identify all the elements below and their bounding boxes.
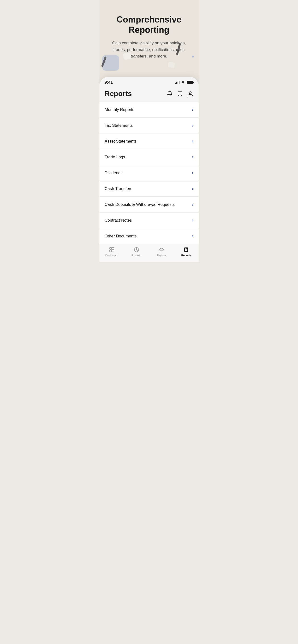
svg-rect-2 [110, 248, 112, 250]
svg-rect-11 [185, 250, 187, 251]
tab-portfolio[interactable]: Portfolio [128, 246, 145, 257]
chevron-right-icon: › [192, 123, 193, 128]
tab-reports-label: Reports [181, 254, 191, 257]
deco-white-square-2 [168, 62, 175, 68]
bookmark-button[interactable] [177, 90, 183, 97]
profile-button[interactable] [187, 90, 193, 97]
menu-item[interactable]: Monthly Reports › [99, 102, 199, 118]
status-time: 9:41 [105, 80, 113, 85]
svg-point-1 [189, 92, 192, 94]
menu-item-label: Monthly Reports [105, 107, 134, 112]
status-bar: 9:41 [99, 77, 199, 87]
status-icons [175, 81, 193, 84]
chevron-right-icon: › [192, 139, 193, 144]
chevron-right-icon: › [192, 170, 193, 176]
menu-item-label: Cash Transfers [105, 186, 132, 191]
bell-icon [167, 90, 173, 97]
battery-icon [187, 81, 193, 84]
chevron-right-icon: › [192, 154, 193, 160]
chevron-right-icon: › [192, 202, 193, 207]
menu-item[interactable]: Contract Notes › [99, 212, 199, 228]
deco-blue-dot-2 [192, 56, 194, 58]
chevron-right-icon: › [192, 234, 193, 238]
header-actions [167, 90, 193, 97]
tab-dashboard[interactable]: Dashboard [103, 246, 120, 257]
tab-explore-label: Explore [157, 254, 166, 257]
menu-item[interactable]: Tax Statements › [99, 118, 199, 134]
dashboard-icon [109, 246, 115, 253]
chevron-right-icon: › [192, 107, 193, 112]
svg-point-0 [169, 91, 170, 92]
menu-item-label: Contract Notes [105, 218, 132, 223]
hero-subtitle: Gain complete visibility on your holding… [109, 40, 189, 60]
menu-item-label: Dividends [105, 170, 123, 176]
svg-rect-10 [185, 250, 187, 250]
bookmark-icon [177, 90, 183, 97]
signal-icon [175, 81, 180, 84]
menu-item[interactable]: Other Documents › [99, 228, 199, 244]
hero-section: Comprehensive Reporting Gain complete vi… [99, 0, 199, 82]
svg-rect-4 [110, 250, 112, 252]
menu-item-label: Other Documents [105, 234, 136, 238]
tab-explore[interactable]: Explore [153, 246, 170, 257]
menu-item[interactable]: Cash Transfers › [99, 181, 199, 197]
main-card: 9:41 Reports [99, 77, 199, 262]
svg-rect-3 [112, 248, 114, 250]
menu-item-label: Trade Logs [105, 155, 125, 160]
svg-rect-9 [185, 248, 186, 249]
chevron-right-icon: › [192, 186, 193, 191]
tab-bar: Dashboard Portfolio Explore [99, 244, 199, 262]
menu-item-label: Tax Statements [105, 123, 133, 128]
hero-title: Comprehensive Reporting [109, 14, 189, 35]
tab-dashboard-label: Dashboard [105, 254, 118, 257]
svg-rect-5 [112, 250, 114, 252]
wifi-icon [181, 81, 185, 84]
page-header: Reports [99, 87, 199, 102]
page-title: Reports [105, 90, 132, 98]
bell-button[interactable] [167, 90, 173, 97]
menu-item[interactable]: Trade Logs › [99, 149, 199, 165]
menu-item[interactable]: Asset Statements › [99, 134, 199, 149]
menu-item-label: Cash Deposits & Withdrawal Requests [105, 202, 175, 207]
profile-icon [187, 90, 193, 97]
explore-icon [158, 246, 165, 253]
tab-reports[interactable]: Reports [178, 246, 195, 257]
menu-item-label: Asset Statements [105, 139, 136, 144]
reports-icon [183, 246, 189, 253]
menu-item[interactable]: Cash Deposits & Withdrawal Requests › [99, 197, 199, 212]
tab-portfolio-label: Portfolio [132, 254, 141, 257]
svg-point-7 [161, 249, 162, 250]
portfolio-icon [133, 246, 140, 253]
menu-item[interactable]: Dividends › [99, 165, 199, 181]
chevron-right-icon: › [192, 218, 193, 223]
reports-menu-list: Monthly Reports › Tax Statements › Asset… [99, 102, 199, 244]
